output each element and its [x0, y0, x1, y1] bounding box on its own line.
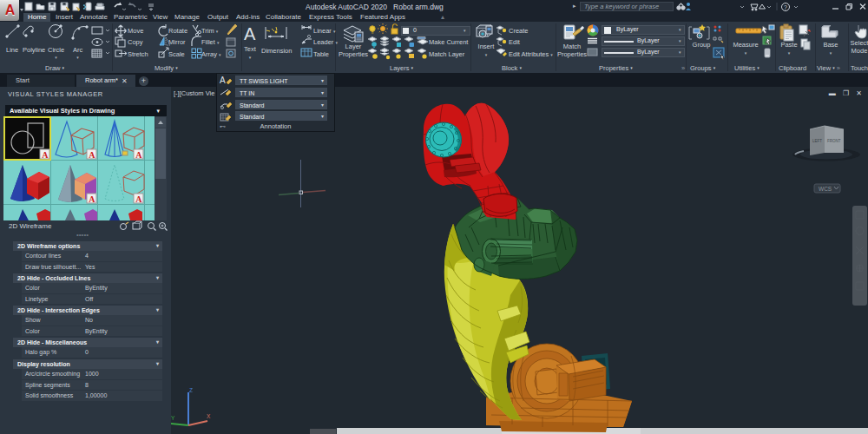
svg-text:?: ? [784, 4, 787, 10]
svg-text:A: A [220, 76, 226, 85]
svg-text:FRONT: FRONT [827, 139, 841, 143]
svg-text:A: A [42, 150, 49, 160]
svg-text:Z: Z [189, 387, 193, 393]
svg-text:A: A [244, 24, 256, 43]
svg-text:Y: Y [171, 415, 175, 421]
svg-text:WCS: WCS [819, 186, 832, 192]
svg-text:LEFT: LEFT [812, 139, 822, 143]
svg-text:X: X [207, 413, 211, 419]
